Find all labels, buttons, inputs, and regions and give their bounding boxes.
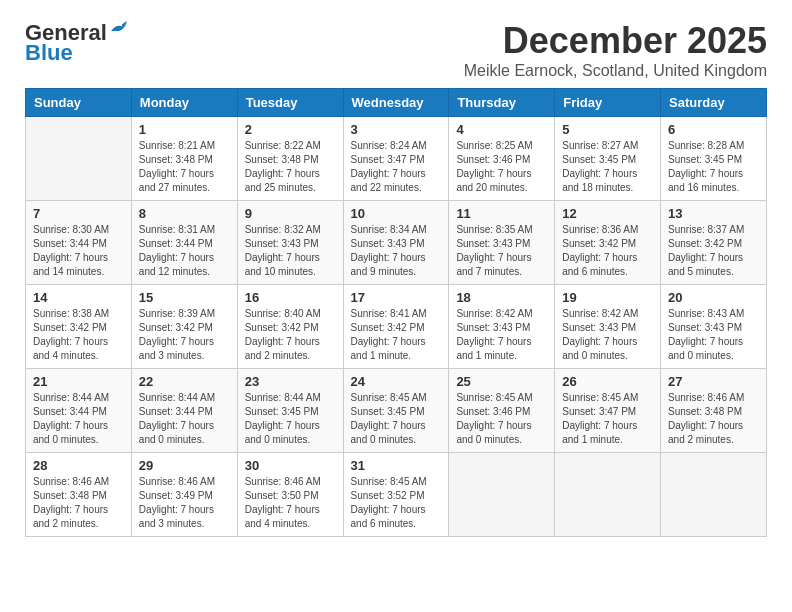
calendar-cell: 5Sunrise: 8:27 AM Sunset: 3:45 PM Daylig… bbox=[555, 117, 661, 201]
calendar-cell: 22Sunrise: 8:44 AM Sunset: 3:44 PM Dayli… bbox=[131, 369, 237, 453]
calendar-cell: 26Sunrise: 8:45 AM Sunset: 3:47 PM Dayli… bbox=[555, 369, 661, 453]
location-title: Meikle Earnock, Scotland, United Kingdom bbox=[464, 62, 767, 80]
calendar-week-3: 14Sunrise: 8:38 AM Sunset: 3:42 PM Dayli… bbox=[26, 285, 767, 369]
calendar-week-5: 28Sunrise: 8:46 AM Sunset: 3:48 PM Dayli… bbox=[26, 453, 767, 537]
calendar-header-row: SundayMondayTuesdayWednesdayThursdayFrid… bbox=[26, 89, 767, 117]
day-info: Sunrise: 8:45 AM Sunset: 3:46 PM Dayligh… bbox=[456, 391, 547, 447]
calendar-cell: 6Sunrise: 8:28 AM Sunset: 3:45 PM Daylig… bbox=[661, 117, 767, 201]
calendar-cell: 8Sunrise: 8:31 AM Sunset: 3:44 PM Daylig… bbox=[131, 201, 237, 285]
calendar-cell: 28Sunrise: 8:46 AM Sunset: 3:48 PM Dayli… bbox=[26, 453, 132, 537]
day-info: Sunrise: 8:30 AM Sunset: 3:44 PM Dayligh… bbox=[33, 223, 124, 279]
day-info: Sunrise: 8:46 AM Sunset: 3:48 PM Dayligh… bbox=[33, 475, 124, 531]
page-header: General Blue December 2025 Meikle Earnoc… bbox=[25, 20, 767, 80]
header-friday: Friday bbox=[555, 89, 661, 117]
calendar-week-1: 1Sunrise: 8:21 AM Sunset: 3:48 PM Daylig… bbox=[26, 117, 767, 201]
day-info: Sunrise: 8:40 AM Sunset: 3:42 PM Dayligh… bbox=[245, 307, 336, 363]
day-number: 7 bbox=[33, 206, 124, 221]
day-number: 2 bbox=[245, 122, 336, 137]
header-sunday: Sunday bbox=[26, 89, 132, 117]
day-info: Sunrise: 8:36 AM Sunset: 3:42 PM Dayligh… bbox=[562, 223, 653, 279]
day-info: Sunrise: 8:46 AM Sunset: 3:50 PM Dayligh… bbox=[245, 475, 336, 531]
calendar-cell: 25Sunrise: 8:45 AM Sunset: 3:46 PM Dayli… bbox=[449, 369, 555, 453]
logo-bird-icon bbox=[109, 21, 131, 37]
day-info: Sunrise: 8:31 AM Sunset: 3:44 PM Dayligh… bbox=[139, 223, 230, 279]
day-number: 8 bbox=[139, 206, 230, 221]
calendar-cell: 13Sunrise: 8:37 AM Sunset: 3:42 PM Dayli… bbox=[661, 201, 767, 285]
day-info: Sunrise: 8:44 AM Sunset: 3:45 PM Dayligh… bbox=[245, 391, 336, 447]
calendar-cell: 4Sunrise: 8:25 AM Sunset: 3:46 PM Daylig… bbox=[449, 117, 555, 201]
day-number: 17 bbox=[351, 290, 442, 305]
calendar-cell: 9Sunrise: 8:32 AM Sunset: 3:43 PM Daylig… bbox=[237, 201, 343, 285]
calendar-cell: 27Sunrise: 8:46 AM Sunset: 3:48 PM Dayli… bbox=[661, 369, 767, 453]
calendar-cell: 3Sunrise: 8:24 AM Sunset: 3:47 PM Daylig… bbox=[343, 117, 449, 201]
day-info: Sunrise: 8:45 AM Sunset: 3:47 PM Dayligh… bbox=[562, 391, 653, 447]
calendar-cell: 31Sunrise: 8:45 AM Sunset: 3:52 PM Dayli… bbox=[343, 453, 449, 537]
calendar-cell bbox=[449, 453, 555, 537]
day-number: 4 bbox=[456, 122, 547, 137]
day-info: Sunrise: 8:27 AM Sunset: 3:45 PM Dayligh… bbox=[562, 139, 653, 195]
calendar-cell: 7Sunrise: 8:30 AM Sunset: 3:44 PM Daylig… bbox=[26, 201, 132, 285]
calendar-cell: 16Sunrise: 8:40 AM Sunset: 3:42 PM Dayli… bbox=[237, 285, 343, 369]
day-number: 13 bbox=[668, 206, 759, 221]
day-number: 23 bbox=[245, 374, 336, 389]
day-info: Sunrise: 8:28 AM Sunset: 3:45 PM Dayligh… bbox=[668, 139, 759, 195]
day-number: 26 bbox=[562, 374, 653, 389]
calendar-cell: 10Sunrise: 8:34 AM Sunset: 3:43 PM Dayli… bbox=[343, 201, 449, 285]
day-number: 9 bbox=[245, 206, 336, 221]
day-number: 31 bbox=[351, 458, 442, 473]
calendar-cell bbox=[661, 453, 767, 537]
day-info: Sunrise: 8:45 AM Sunset: 3:45 PM Dayligh… bbox=[351, 391, 442, 447]
calendar-cell: 20Sunrise: 8:43 AM Sunset: 3:43 PM Dayli… bbox=[661, 285, 767, 369]
day-number: 6 bbox=[668, 122, 759, 137]
calendar-cell: 23Sunrise: 8:44 AM Sunset: 3:45 PM Dayli… bbox=[237, 369, 343, 453]
calendar-cell: 1Sunrise: 8:21 AM Sunset: 3:48 PM Daylig… bbox=[131, 117, 237, 201]
day-number: 12 bbox=[562, 206, 653, 221]
day-number: 10 bbox=[351, 206, 442, 221]
day-info: Sunrise: 8:34 AM Sunset: 3:43 PM Dayligh… bbox=[351, 223, 442, 279]
day-number: 20 bbox=[668, 290, 759, 305]
day-info: Sunrise: 8:21 AM Sunset: 3:48 PM Dayligh… bbox=[139, 139, 230, 195]
day-info: Sunrise: 8:43 AM Sunset: 3:43 PM Dayligh… bbox=[668, 307, 759, 363]
day-number: 5 bbox=[562, 122, 653, 137]
month-title: December 2025 bbox=[464, 20, 767, 62]
calendar-cell: 17Sunrise: 8:41 AM Sunset: 3:42 PM Dayli… bbox=[343, 285, 449, 369]
day-info: Sunrise: 8:44 AM Sunset: 3:44 PM Dayligh… bbox=[33, 391, 124, 447]
calendar-table: SundayMondayTuesdayWednesdayThursdayFrid… bbox=[25, 88, 767, 537]
day-info: Sunrise: 8:22 AM Sunset: 3:48 PM Dayligh… bbox=[245, 139, 336, 195]
day-number: 24 bbox=[351, 374, 442, 389]
calendar-cell: 29Sunrise: 8:46 AM Sunset: 3:49 PM Dayli… bbox=[131, 453, 237, 537]
day-number: 15 bbox=[139, 290, 230, 305]
day-info: Sunrise: 8:46 AM Sunset: 3:48 PM Dayligh… bbox=[668, 391, 759, 447]
calendar-cell: 14Sunrise: 8:38 AM Sunset: 3:42 PM Dayli… bbox=[26, 285, 132, 369]
header-wednesday: Wednesday bbox=[343, 89, 449, 117]
day-number: 25 bbox=[456, 374, 547, 389]
day-number: 16 bbox=[245, 290, 336, 305]
day-info: Sunrise: 8:44 AM Sunset: 3:44 PM Dayligh… bbox=[139, 391, 230, 447]
day-number: 11 bbox=[456, 206, 547, 221]
logo-blue: Blue bbox=[25, 40, 73, 66]
day-number: 14 bbox=[33, 290, 124, 305]
day-info: Sunrise: 8:38 AM Sunset: 3:42 PM Dayligh… bbox=[33, 307, 124, 363]
calendar-week-4: 21Sunrise: 8:44 AM Sunset: 3:44 PM Dayli… bbox=[26, 369, 767, 453]
day-number: 21 bbox=[33, 374, 124, 389]
day-info: Sunrise: 8:42 AM Sunset: 3:43 PM Dayligh… bbox=[562, 307, 653, 363]
calendar-cell: 11Sunrise: 8:35 AM Sunset: 3:43 PM Dayli… bbox=[449, 201, 555, 285]
calendar-cell: 21Sunrise: 8:44 AM Sunset: 3:44 PM Dayli… bbox=[26, 369, 132, 453]
day-info: Sunrise: 8:25 AM Sunset: 3:46 PM Dayligh… bbox=[456, 139, 547, 195]
day-info: Sunrise: 8:42 AM Sunset: 3:43 PM Dayligh… bbox=[456, 307, 547, 363]
header-monday: Monday bbox=[131, 89, 237, 117]
day-info: Sunrise: 8:37 AM Sunset: 3:42 PM Dayligh… bbox=[668, 223, 759, 279]
calendar-cell: 19Sunrise: 8:42 AM Sunset: 3:43 PM Dayli… bbox=[555, 285, 661, 369]
day-info: Sunrise: 8:24 AM Sunset: 3:47 PM Dayligh… bbox=[351, 139, 442, 195]
day-info: Sunrise: 8:35 AM Sunset: 3:43 PM Dayligh… bbox=[456, 223, 547, 279]
day-info: Sunrise: 8:45 AM Sunset: 3:52 PM Dayligh… bbox=[351, 475, 442, 531]
day-number: 19 bbox=[562, 290, 653, 305]
title-section: December 2025 Meikle Earnock, Scotland, … bbox=[464, 20, 767, 80]
day-info: Sunrise: 8:39 AM Sunset: 3:42 PM Dayligh… bbox=[139, 307, 230, 363]
calendar-cell: 12Sunrise: 8:36 AM Sunset: 3:42 PM Dayli… bbox=[555, 201, 661, 285]
day-number: 1 bbox=[139, 122, 230, 137]
day-number: 30 bbox=[245, 458, 336, 473]
calendar-cell: 30Sunrise: 8:46 AM Sunset: 3:50 PM Dayli… bbox=[237, 453, 343, 537]
header-tuesday: Tuesday bbox=[237, 89, 343, 117]
header-thursday: Thursday bbox=[449, 89, 555, 117]
